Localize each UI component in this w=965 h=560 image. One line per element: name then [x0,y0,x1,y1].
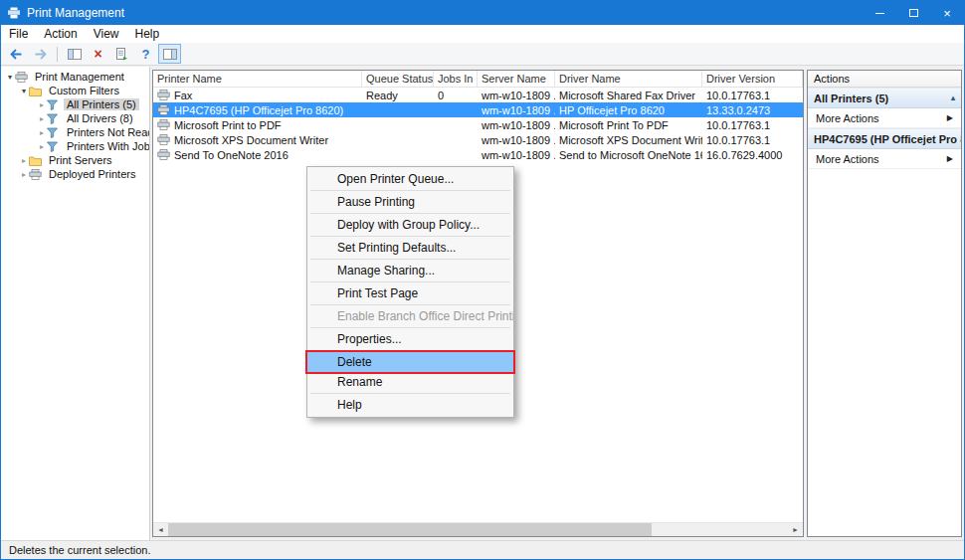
minimize-button[interactable] [863,1,896,25]
menu-action[interactable]: Action [36,25,85,43]
print-management-window: Print Management × File Action View Help… [0,0,965,560]
chevron-expanded-icon[interactable]: ▾ [19,87,29,95]
menu-separator [310,190,510,191]
tree-item-printers-not-ready[interactable]: ▸ Printers Not Ready [1,125,149,139]
column-header-printer-name[interactable]: Printer Name [153,71,362,87]
cell-queue-status [362,102,434,117]
scroll-left-icon[interactable]: ◄ [153,523,168,536]
more-actions-arrow-icon: ▶ [947,154,953,163]
horizontal-scrollbar[interactable]: ◄ ► [153,522,803,536]
context-menu-pause-printing[interactable]: Pause Printing [307,192,513,212]
printer-row-microsoft-xps-document-writer[interactable]: Microsoft XPS Document Writer wm-w10-180… [153,132,803,147]
forward-button[interactable] [29,44,52,64]
menu-separator [310,393,510,394]
column-header-jobs-in[interactable]: Jobs In ... [434,71,478,87]
printer-context-menu: Open Printer Queue... Pause Printing Dep… [306,166,514,418]
context-menu-open-printer-queue[interactable]: Open Printer Queue... [307,169,513,189]
printer-app-icon [7,7,21,19]
actions-section-hp4c7695[interactable]: HP4C7695 (HP Officejet Pro 8620) ▴ [808,128,961,149]
menu-separator [310,350,510,351]
actions-pane: Actions All Printers (5) ▴ More Actions … [807,70,962,537]
help-button[interactable]: ? [134,44,157,64]
printer-row-send-to-onenote[interactable]: Send To OneNote 2016 wm-w10-1809 ... Sen… [153,147,803,162]
chevron-collapsed-icon[interactable]: ▸ [37,114,47,123]
cell-printer-name: Send To OneNote 2016 [174,149,289,161]
chevron-collapsed-icon[interactable]: ▸ [37,100,47,109]
context-menu-deploy-with-group-policy[interactable]: Deploy with Group Policy... [307,215,513,235]
cell-driver-name: Microsoft Shared Fax Driver [555,88,702,102]
collapse-section-icon[interactable]: ▴ [947,93,955,102]
back-button[interactable] [5,44,28,64]
cell-jobs-in [434,132,478,147]
show-action-pane-button[interactable] [158,44,181,64]
context-menu-rename[interactable]: Rename [307,372,513,392]
tree-item-custom-filters[interactable]: ▾ Custom Filters [1,84,149,97]
minimize-icon [875,13,884,14]
toolbar-separator [57,47,58,62]
actions-section-all-printers[interactable]: All Printers (5) ▴ [808,88,961,108]
cell-driver-version: 10.0.17763.1 [702,117,803,132]
context-menu-delete[interactable]: Delete [307,352,513,372]
cell-jobs-in [434,117,478,132]
tree-item-print-servers[interactable]: ▸ Print Servers [1,153,149,167]
tree-item-all-drivers[interactable]: ▸ All Drivers (8) [1,111,149,125]
show-console-tree-button[interactable] [63,44,86,64]
chevron-collapsed-icon[interactable]: ▸ [37,142,47,151]
more-actions-hp4c7695[interactable]: More Actions ▶ [808,149,961,169]
actions-section-header: All Printers (5) [814,93,888,104]
context-menu-print-test-page[interactable]: Print Test Page [307,283,513,303]
menu-view[interactable]: View [86,25,127,43]
context-menu-manage-sharing[interactable]: Manage Sharing... [307,261,513,280]
printer-row-fax[interactable]: Fax Ready 0 wm-w10-1809 ... Microsoft Sh… [153,88,803,102]
column-header-server-name[interactable]: Server Name [478,71,555,87]
column-header-queue-status[interactable]: Queue Status [362,71,434,87]
tree-item-deployed-printers[interactable]: ▸ Deployed Printers [1,167,149,181]
more-actions-label: More Actions [816,112,879,124]
cell-queue-status [362,117,434,132]
cell-server-name: wm-w10-1809 ... [478,88,555,102]
column-header-driver-name[interactable]: Driver Name [555,71,702,87]
context-menu-set-printing-defaults[interactable]: Set Printing Defaults... [307,238,513,258]
chevron-expanded-icon[interactable]: ▾ [5,73,15,82]
printer-row-hp4c7695[interactable]: HP4C7695 (HP Officejet Pro 8620) wm-w10-… [153,102,803,117]
export-list-button[interactable] [110,44,133,64]
tree-item-all-printers[interactable]: ▸ All Printers (5) [1,97,149,111]
context-menu-help[interactable]: Help [307,395,513,415]
chevron-collapsed-icon[interactable]: ▸ [19,156,29,165]
filter-icon [47,113,64,124]
cell-queue-status: Ready [362,88,434,102]
cell-printer-name: Fax [174,90,192,101]
more-actions-all-printers[interactable]: More Actions ▶ [808,108,961,128]
cell-server-name: wm-w10-1809 ... [478,102,555,117]
list-header: Printer Name Queue Status Jobs In ... Se… [153,71,803,88]
tree-item-printers-with-jobs[interactable]: ▸ Printers With Jobs [1,139,149,153]
scroll-right-icon[interactable]: ► [788,523,803,536]
more-actions-arrow-icon: ▶ [947,113,953,122]
context-menu-enable-branch-office-direct-printing: Enable Branch Office Direct Printing [307,306,513,326]
tree-item-print-management[interactable]: ▾ Print Management [1,70,149,84]
delete-button[interactable]: × [87,44,109,64]
maximize-button[interactable] [896,1,930,25]
chevron-collapsed-icon[interactable]: ▸ [19,170,29,179]
cell-driver-name: Microsoft Print To PDF [555,117,702,132]
column-header-driver-version[interactable]: Driver Version [702,71,803,87]
tree-label: Deployed Printers [46,168,138,180]
printer-row-microsoft-print-to-pdf[interactable]: Microsoft Print to PDF wm-w10-1809 ... M… [153,117,803,132]
cell-server-name: wm-w10-1809 ... [478,132,555,147]
folder-icon [29,86,46,96]
help-icon: ? [142,47,150,62]
delete-icon: × [94,47,101,61]
cell-server-name: wm-w10-1809 ... [478,147,555,162]
scrollbar-track[interactable] [168,523,788,536]
close-button[interactable]: × [930,1,964,25]
chevron-collapsed-icon[interactable]: ▸ [37,128,47,137]
console-tree-pane: ▾ Print Management ▾ Custom Filters ▸ Al… [1,67,150,540]
context-menu-properties[interactable]: Properties... [307,329,513,349]
scrollbar-thumb[interactable] [168,523,652,536]
printer-icon [157,119,170,130]
menu-file[interactable]: File [1,25,36,43]
folder-icon [29,155,46,166]
menu-help[interactable]: Help [127,25,168,43]
printer-icon [157,90,170,100]
window-title: Print Management [27,6,124,20]
